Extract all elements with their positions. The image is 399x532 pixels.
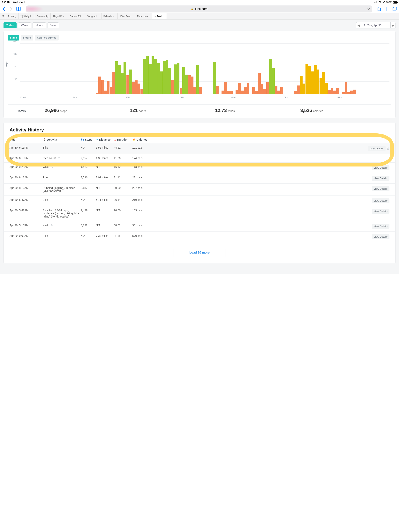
status-time: 5:35 AM <box>1 1 10 4</box>
duration-icon: ◴ <box>114 138 116 141</box>
cellular-icon <box>374 1 377 3</box>
date-current[interactable]: 🗓Tue, Apr 30 <box>361 22 390 28</box>
browser-tab[interactable]: Babbel vs... <box>102 13 118 19</box>
range-month[interactable]: Month <box>32 22 46 28</box>
edit-icon[interactable]: ✎ <box>51 165 53 168</box>
svg-rect-3 <box>376 1 377 3</box>
svg-rect-0 <box>374 3 375 3</box>
view-details-button[interactable]: View Details <box>372 234 389 239</box>
totals-label: Totals <box>17 109 45 113</box>
table-row[interactable]: Apr 30, 6:15PMStep count ⏱2,9571.35 mile… <box>4 154 395 163</box>
browser-tab[interactable]: Geograph... <box>85 13 101 19</box>
cell-duration: 44:52 <box>114 146 132 149</box>
distance-icon: ⇢ <box>96 138 98 141</box>
cell-activity: Walk ✎ <box>43 165 81 168</box>
cell-calories: 570 cals <box>132 234 151 237</box>
cell-activity: Walk ✎ <box>43 224 81 227</box>
activity-icon: 🚶 <box>43 138 46 141</box>
view-details-button[interactable]: View Details <box>372 209 389 214</box>
browser-toolbar: 🔒fitbit.com ⟳ <box>0 5 399 13</box>
cell-calories: 219 cals <box>132 198 151 201</box>
svg-rect-5 <box>393 8 396 11</box>
load-more-button[interactable]: Load 10 more <box>174 248 225 257</box>
address-bar[interactable]: 🔒fitbit.com ⟳ <box>26 6 372 13</box>
browser-tab[interactable]: Forerunne... <box>135 13 152 19</box>
tabs-button[interactable] <box>392 7 397 11</box>
browser-tab[interactable]: Abigail Dis... <box>51 13 68 19</box>
clock-icon: ⏱ <box>58 157 60 160</box>
date-prev[interactable]: ◀ <box>356 22 361 28</box>
browser-tab-active[interactable]: ⊗Track... <box>152 13 167 19</box>
cell-date: Apr 30, 5:47AM <box>10 209 43 212</box>
cell-steps: N/A <box>81 198 96 201</box>
view-details-button[interactable]: View Details <box>372 176 389 181</box>
range-controls: Today Week Month Year ◀ 🗓Tue, Apr 30 ▶ <box>0 19 399 31</box>
browser-tab[interactable]: 2 | Weighl... <box>19 13 35 19</box>
table-row[interactable]: Apr 29, 5:10PMWalk ✎4,892N/A58:02361 cal… <box>4 221 395 232</box>
view-details-button[interactable]: View Details <box>372 186 389 191</box>
view-details-button[interactable]: View Details <box>372 224 389 229</box>
browser-tab[interactable]: M <box>0 13 6 19</box>
cell-distance: 1.35 miles <box>96 157 114 160</box>
edit-icon[interactable]: ✎ <box>51 224 53 227</box>
browser-tab[interactable]: 160+ Reso... <box>118 13 135 19</box>
wifi-icon <box>378 1 381 4</box>
view-details-button[interactable]: View Details <box>372 165 389 170</box>
col-steps: Steps <box>85 138 92 141</box>
forward-button[interactable] <box>9 6 13 12</box>
new-tab-button[interactable] <box>385 7 389 11</box>
close-icon[interactable]: ⊗ <box>154 15 156 18</box>
cell-duration: 41:00 <box>114 157 132 160</box>
table-row[interactable]: Apr 29, 9:08AMBikeN/A7.33 miles2:13:2157… <box>4 232 395 242</box>
cell-duration: 31:12 <box>114 176 132 179</box>
view-details-button[interactable]: View Details <box>372 198 389 203</box>
table-row[interactable]: Apr 30, 8:12AMRun3,5962.01 miles31:12231… <box>4 173 395 184</box>
totals-calories: 3,526 <box>300 108 312 113</box>
tab-strip: M 7 | Weig 2 | Weighl... Community Abiga… <box>0 13 399 19</box>
browser-tab[interactable]: Community <box>35 13 51 19</box>
cell-activity: Bike <box>43 146 81 149</box>
cell-date: Apr 29, 5:10PM <box>10 224 43 227</box>
table-row[interactable]: Apr 30, 5:47AMBikeN/A5.71 miles26:14219 … <box>4 196 395 206</box>
browser-tab[interactable]: Garmin Ed... <box>68 13 85 19</box>
cell-distance: 6.55 miles <box>96 146 114 149</box>
activity-table: Date 🚶 Activity 👣 Steps ⇢ Distance ◴ Dur… <box>4 136 395 242</box>
cell-distance: N/A <box>96 186 114 190</box>
range-today[interactable]: Today <box>4 22 17 28</box>
url-host: fitbit.com <box>195 7 207 11</box>
chart-tab-steps[interactable]: Steps <box>8 35 19 40</box>
cell-activity: Running (jogging), in place (MyFitnessPa… <box>43 186 81 193</box>
cell-activity: Bicycling, 12-14 mph, moderate (cycling,… <box>43 209 81 218</box>
activity-history-title: Activity History <box>10 127 389 133</box>
cell-date: Apr 30, 9:28AM <box>10 165 43 168</box>
battery-percent: 100% <box>386 1 392 4</box>
browser-tab[interactable]: 7 | Weig <box>6 13 19 19</box>
share-button[interactable] <box>377 6 381 12</box>
status-date: Wed May 1 <box>13 1 25 4</box>
bookmarks-icon[interactable] <box>16 7 21 11</box>
table-row[interactable]: Apr 30, 9:28AMWalk ✎1,513N/A16:12118 cal… <box>4 163 395 173</box>
delete-icon[interactable]: 🗑 <box>387 147 389 150</box>
col-distance: Distance <box>99 138 110 141</box>
table-row[interactable]: Apr 30, 6:15PMBikeN/A6.55 miles44:52191 … <box>4 143 395 154</box>
table-row[interactable]: Apr 30, 8:12AMRunning (jogging), in plac… <box>4 184 395 196</box>
cell-steps: 2,499 <box>81 209 96 212</box>
table-row[interactable]: Apr 30, 5:47AMBicycling, 12-14 mph, mode… <box>4 206 395 221</box>
reload-button[interactable]: ⟳ <box>367 7 370 11</box>
cell-date: Apr 30, 5:47AM <box>10 198 43 201</box>
cell-duration: 26:00 <box>114 209 132 212</box>
back-button[interactable] <box>2 6 6 12</box>
battery-icon <box>393 1 398 4</box>
range-year[interactable]: Year <box>48 22 59 28</box>
y-axis-label: Steps <box>5 61 8 67</box>
col-activity: Activity <box>47 138 57 141</box>
date-next[interactable]: ▶ <box>390 22 395 28</box>
view-details-button[interactable]: View Details <box>368 146 386 151</box>
svg-rect-1 <box>375 2 375 3</box>
cell-activity: Step count ⏱ <box>43 157 81 160</box>
chart-tab-floors[interactable]: Floors <box>21 35 33 40</box>
cell-calories: 174 cals <box>132 157 151 160</box>
cell-steps: 4,892 <box>81 224 96 227</box>
chart-tab-calories[interactable]: Calories burned <box>35 35 59 40</box>
range-week[interactable]: Week <box>18 22 31 28</box>
